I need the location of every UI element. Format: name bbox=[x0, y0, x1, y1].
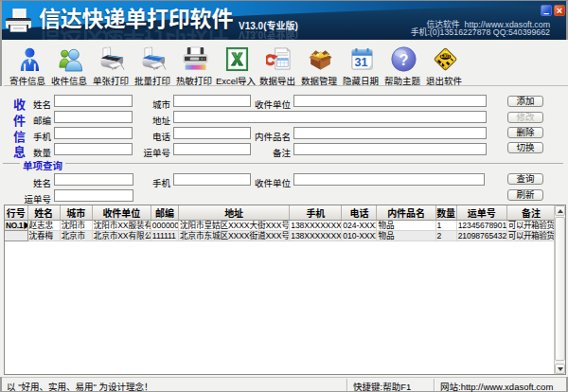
svg-text:?: ? bbox=[399, 51, 408, 68]
svg-text:31: 31 bbox=[355, 56, 368, 69]
svg-text:EXIT: EXIT bbox=[440, 54, 450, 59]
